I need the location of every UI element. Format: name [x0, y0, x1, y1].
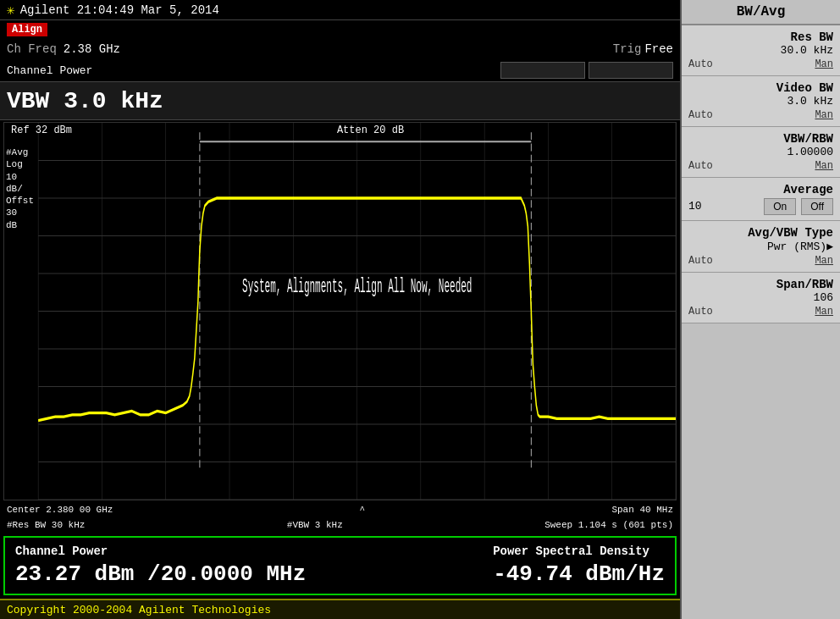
- bottom-axis: Center 2.380 00 GHz ^ Span 40 MHz: [0, 502, 680, 517]
- menu-item-title-1: Video BW: [688, 81, 833, 95]
- result-box: Channel Power 23.27 dBm /20.0000 MHz Pow…: [3, 536, 677, 595]
- sub-left-1[interactable]: Auto: [688, 109, 713, 121]
- caret: ^: [360, 505, 366, 515]
- avg-value: 10: [688, 200, 702, 213]
- trig-label: Trig: [613, 42, 642, 56]
- y-label-db2: dB: [6, 219, 34, 231]
- menu-item-title-5: Span/RBW: [688, 278, 833, 291]
- menu-item-title-4: Avg/VBW Type: [688, 226, 833, 240]
- menu-item-value-5: 106: [688, 291, 833, 304]
- menu-item-sub-2: Auto Man: [688, 160, 833, 172]
- bottom-axis2: #Res BW 30 kHz #VBW 3 kHz Sweep 1.104 s …: [0, 517, 680, 533]
- sub-right-5[interactable]: Man: [815, 306, 833, 318]
- y-axis-labels: #Avg Log 10 dB/ Offst 30 dB: [6, 146, 34, 231]
- sub-right-1[interactable]: Man: [815, 109, 833, 121]
- header-title: Agilent 21:04:49 Mar 5, 2014: [20, 3, 219, 17]
- spectrum-svg: System, Alignments, Align All Now, Neede…: [4, 123, 676, 500]
- sweep-label: Sweep 1.104 s (601 pts): [544, 520, 673, 530]
- result-left-title: Channel Power: [15, 544, 306, 558]
- atten-label: Atten 20 dB: [337, 124, 404, 136]
- y-label-30: 30: [6, 207, 34, 218]
- on-button[interactable]: On: [764, 198, 796, 215]
- svg-text:System, Alignments, Align All : System, Alignments, Align All Now, Neede…: [242, 275, 472, 299]
- ref-label: Ref 32 dBm: [11, 124, 72, 136]
- freq-left: Ch Freq 2.38 GHz: [7, 42, 120, 56]
- align-label[interactable]: Align: [7, 23, 47, 36]
- res-bw-label: #Res BW 30 kHz: [7, 520, 85, 530]
- sub-left-0[interactable]: Auto: [688, 58, 713, 70]
- menu-item-2: VBW/RBW 1.00000 Auto Man: [682, 127, 840, 178]
- power-box-2: [589, 62, 673, 79]
- copyright-text: Copyright 2000-2004 Agilent Technologies: [7, 604, 271, 616]
- power-box-1: [500, 62, 585, 79]
- off-button[interactable]: Off: [801, 198, 833, 215]
- sub-right-2[interactable]: Man: [815, 160, 833, 172]
- sub-left-5[interactable]: Auto: [688, 306, 713, 318]
- sub-right-4[interactable]: Man: [815, 255, 833, 267]
- menu-items-container: Res BW 30.0 kHz Auto Man Video BW 3.0 kH…: [682, 25, 840, 323]
- y-label-log: Log: [6, 158, 34, 170]
- sub-left-2[interactable]: Auto: [688, 160, 713, 172]
- agilent-icon: ✳: [7, 2, 15, 19]
- align-bar: Align: [0, 20, 680, 39]
- menu-item-title-2: VBW/RBW: [688, 132, 833, 146]
- menu-item-sub-4: Auto Man: [688, 255, 833, 267]
- menu-item-value-1: 3.0 kHz: [688, 95, 833, 108]
- right-panel: BW/Avg Res BW 30.0 kHz Auto Man Video BW…: [682, 0, 840, 619]
- menu-item-3: Average 10 On Off: [682, 178, 840, 221]
- menu-item-value-2: 1.00000: [688, 146, 833, 158]
- freq-bar: Ch Freq 2.38 GHz Trig Free: [0, 39, 680, 59]
- result-right-title: Power Spectral Density: [493, 544, 665, 558]
- menu-item-value-0: 30.0 kHz: [688, 44, 833, 57]
- vbw-label-bottom: #VBW 3 kHz: [287, 520, 343, 530]
- center-label: Center 2.380 00 GHz: [7, 505, 113, 515]
- trig-value: Free: [644, 42, 673, 56]
- trig-right: Trig Free: [613, 42, 673, 56]
- y-label-db: dB/: [6, 183, 34, 195]
- span-label: Span 40 MHz: [611, 505, 673, 515]
- spectrum-area: Ref 32 dBm Atten 20 dB #Avg Log 10 dB/ O…: [3, 122, 677, 500]
- y-label-offst: Offst: [6, 195, 34, 207]
- channel-power-bar: Channel Power: [0, 59, 680, 81]
- menu-item-sub-5: Auto Man: [688, 306, 833, 318]
- menu-item-sub-0: Auto Man: [688, 58, 833, 70]
- menu-item-sub-1: Auto Man: [688, 109, 833, 121]
- menu-item-title-0: Res BW: [688, 30, 833, 44]
- result-left: Channel Power 23.27 dBm /20.0000 MHz: [15, 544, 306, 587]
- right-panel-header: BW/Avg: [682, 0, 840, 25]
- y-label-10: 10: [6, 171, 34, 183]
- channel-power-label: Channel Power: [7, 64, 92, 77]
- menu-item-0: Res BW 30.0 kHz Auto Man: [682, 25, 840, 76]
- sub-left-4[interactable]: Auto: [688, 255, 713, 267]
- channel-power-boxes: [500, 62, 673, 79]
- ch-freq-label: Ch Freq: [7, 42, 57, 56]
- plot-labels-top: Ref 32 dBm Atten 20 dB: [4, 123, 676, 138]
- y-label-avg: #Avg: [6, 146, 34, 158]
- on-off-buttons: On Off: [764, 198, 833, 215]
- header-bar: ✳ Agilent 21:04:49 Mar 5, 2014: [0, 0, 680, 20]
- sub-right-0[interactable]: Man: [815, 58, 833, 70]
- menu-item-4: Avg/VBW Type Pwr (RMS)▶ Auto Man: [682, 221, 840, 273]
- menu-item-1: Video BW 3.0 kHz Auto Man: [682, 76, 840, 127]
- menu-item-5: Span/RBW 106 Auto Man: [682, 273, 840, 323]
- result-left-value: 23.27 dBm /20.0000 MHz: [15, 561, 306, 587]
- menu-item-title-3: Average: [688, 183, 833, 196]
- vbw-label: VBW 3.0 kHz: [7, 88, 163, 114]
- ch-freq-value: 2.38 GHz: [64, 42, 120, 56]
- main-display: ✳ Agilent 21:04:49 Mar 5, 2014 Align Ch …: [0, 0, 682, 619]
- menu-item-value-4: Pwr (RMS)▶: [688, 240, 833, 253]
- avg-row: 10 On Off: [688, 196, 833, 215]
- result-right: Power Spectral Density -49.74 dBm/Hz: [493, 544, 665, 587]
- copyright-bar: Copyright 2000-2004 Agilent Technologies: [0, 599, 680, 619]
- vbw-display: VBW 3.0 kHz: [0, 81, 680, 120]
- result-right-value: -49.74 dBm/Hz: [493, 561, 665, 587]
